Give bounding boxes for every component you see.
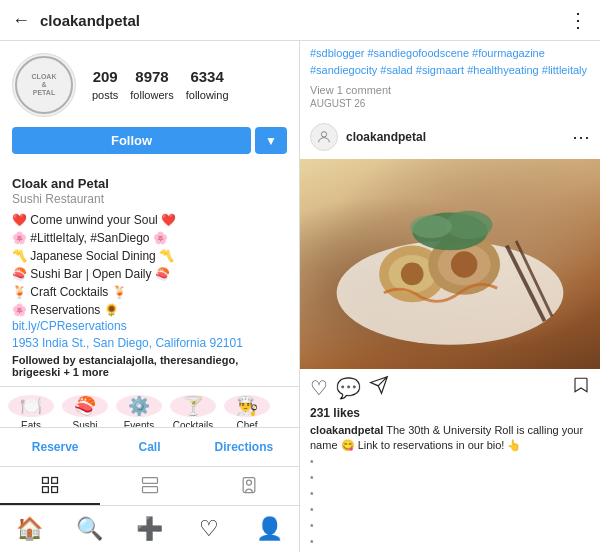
action-buttons-row: Reserve Call Directions xyxy=(0,427,299,466)
share-button[interactable] xyxy=(369,375,389,400)
stat-following: 6334 following xyxy=(186,68,229,103)
bio-text: ❤️ Come unwind your Soul ❤️ 🌸 #LittleIta… xyxy=(12,211,287,319)
bookmark-button[interactable] xyxy=(572,376,590,399)
follow-button[interactable]: Follow xyxy=(12,127,251,154)
post-more-icon[interactable]: ⋯ xyxy=(572,126,590,148)
bio-link[interactable]: bit.ly/CPReservations xyxy=(12,319,287,333)
profile-top: CLOAK&PETAL 209 posts 8978 followers 633… xyxy=(12,53,287,117)
food-image-inner xyxy=(300,159,600,369)
highlight-events-label: Events xyxy=(124,420,155,427)
avatar-text: CLOAK&PETAL xyxy=(32,73,57,96)
svg-point-17 xyxy=(445,210,492,238)
avatar-inner: CLOAK&PETAL xyxy=(15,56,73,114)
post-actions: ♡ 💬 xyxy=(300,369,600,406)
stat-posts: 209 posts xyxy=(92,68,118,103)
profile-section: CLOAK&PETAL 209 posts 8978 followers 633… xyxy=(0,41,299,176)
back-button[interactable]: ← xyxy=(12,10,30,31)
svg-point-15 xyxy=(451,251,477,277)
follow-row: Follow ▼ xyxy=(12,127,287,154)
followers-label: followers xyxy=(130,89,173,101)
bio-line-6: 🌸 Reservations 🌻 xyxy=(12,303,119,317)
stats-row: 209 posts 8978 followers 6334 following xyxy=(92,68,229,103)
left-panel: CLOAK&PETAL 209 posts 8978 followers 633… xyxy=(0,41,300,552)
comment-button[interactable]: 💬 xyxy=(336,376,361,400)
svg-rect-4 xyxy=(142,478,157,484)
directions-button[interactable]: Directions xyxy=(201,436,287,458)
top-bar: ← cloakandpetal ⋮ xyxy=(0,0,600,41)
highlight-events[interactable]: ⚙️ Events xyxy=(116,395,162,423)
bio-address[interactable]: 1953 India St., San Diego, California 92… xyxy=(12,336,287,350)
share-icon xyxy=(369,375,389,395)
post-header: cloakandpetal ⋯ xyxy=(300,115,600,159)
svg-rect-1 xyxy=(51,478,57,484)
highlight-sushi[interactable]: 🍣 Sushi xyxy=(62,395,108,423)
bio-line-4: 🍣 Sushi Bar | Open Daily 🍣 xyxy=(12,267,170,281)
highlight-sushi-label: Sushi xyxy=(72,420,97,427)
main-content: CLOAK&PETAL 209 posts 8978 followers 633… xyxy=(0,41,600,552)
highlights-row: 🍽️ Eats 🍣 Sushi ⚙️ Events 🍸 Cocktails 👨‍… xyxy=(0,386,299,427)
caption-username[interactable]: cloakandpetal xyxy=(310,424,383,436)
caption-dots: •••••• xyxy=(310,454,590,550)
svg-rect-3 xyxy=(51,487,57,493)
home-button-left[interactable]: 🏠 xyxy=(0,512,60,546)
followers-count: 8978 xyxy=(130,68,173,85)
svg-point-6 xyxy=(247,480,252,485)
highlight-events-circle: ⚙️ xyxy=(116,395,162,417)
highlight-cocktails[interactable]: 🍸 Cocktails xyxy=(170,395,216,423)
tagged-view-button[interactable] xyxy=(199,467,299,505)
followed-more: + 1 more xyxy=(63,366,109,378)
highlight-eats-circle: 🍽️ xyxy=(8,395,54,417)
highlight-eats[interactable]: 🍽️ Eats xyxy=(8,395,54,423)
list-view-button[interactable] xyxy=(100,467,200,505)
profile-button-left[interactable]: 👤 xyxy=(239,512,299,546)
highlight-chef-label: Chef xyxy=(236,420,257,427)
likes-button-left[interactable]: ♡ xyxy=(179,512,239,546)
tag-person-icon xyxy=(239,475,259,495)
bio-line-1: ❤️ Come unwind your Soul ❤️ xyxy=(12,213,176,227)
post-avatar-icon xyxy=(316,129,332,145)
follow-dropdown-button[interactable]: ▼ xyxy=(255,127,287,154)
list-icon xyxy=(140,475,160,495)
svg-rect-0 xyxy=(42,478,48,484)
grid-view-button[interactable] xyxy=(0,467,100,505)
reserve-button[interactable]: Reserve xyxy=(12,436,98,458)
add-button-left[interactable]: ➕ xyxy=(120,512,180,546)
highlight-cocktails-circle: 🍸 xyxy=(170,395,216,417)
right-panel: #sdblogger #sandiegofoodscene #fourmagaz… xyxy=(300,41,600,552)
bio-line-3: 〽️ Japanese Social Dining 〽️ xyxy=(12,249,174,263)
svg-point-18 xyxy=(410,215,452,238)
avatar: CLOAK&PETAL xyxy=(12,53,76,117)
post-caption: cloakandpetal The 30th & University Roll… xyxy=(300,423,600,552)
svg-rect-5 xyxy=(142,487,157,493)
svg-point-8 xyxy=(321,132,326,137)
highlight-chef-circle: 👨‍🍳 xyxy=(224,395,270,417)
svg-rect-2 xyxy=(42,487,48,493)
svg-point-12 xyxy=(401,262,424,285)
post-username[interactable]: cloakandpetal xyxy=(346,130,572,144)
stat-followers: 8978 followers xyxy=(130,68,173,103)
profile-username: cloakandpetal xyxy=(40,12,568,29)
highlight-cocktails-label: Cocktails xyxy=(173,420,214,427)
call-button[interactable]: Call xyxy=(106,436,192,458)
hashtags-text: #sdblogger #sandiegofoodscene #fourmagaz… xyxy=(300,41,600,84)
grid-icons-row xyxy=(0,466,299,505)
bio-line-5: 🍹 Craft Cocktails 🍹 xyxy=(12,285,127,299)
food-svg xyxy=(315,170,585,359)
bio-section: Cloak and Petal Sushi Restaurant ❤️ Come… xyxy=(0,176,299,386)
search-button-left[interactable]: 🔍 xyxy=(60,512,120,546)
bio-line-2: 🌸 #LittleItaly, #SanDiego 🌸 xyxy=(12,231,168,245)
following-label: following xyxy=(186,89,229,101)
bookmark-icon xyxy=(572,376,590,394)
like-button[interactable]: ♡ xyxy=(310,376,328,400)
highlight-sushi-circle: 🍣 xyxy=(62,395,108,417)
highlight-chef[interactable]: 👨‍🍳 Chef xyxy=(224,395,270,423)
more-options-icon[interactable]: ⋮ xyxy=(568,8,588,32)
view-comment[interactable]: View 1 comment xyxy=(300,84,600,98)
posts-count: 209 xyxy=(92,68,118,85)
grid-icon xyxy=(40,475,60,495)
left-bottom-nav: 🏠 🔍 ➕ ♡ 👤 xyxy=(0,505,299,552)
bio-name: Cloak and Petal xyxy=(12,176,287,191)
likes-count: 231 likes xyxy=(300,406,600,423)
posts-label: posts xyxy=(92,89,118,101)
following-count: 6334 xyxy=(186,68,229,85)
